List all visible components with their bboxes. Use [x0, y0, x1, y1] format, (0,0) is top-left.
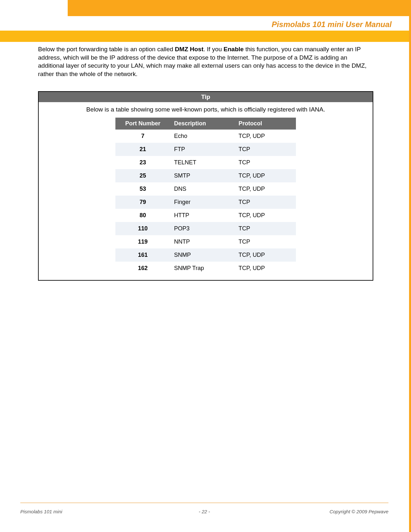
header-band [0, 31, 411, 42]
footer-divider [20, 503, 388, 503]
page-header: Pismolabs 101 mini User Manual [0, 0, 411, 42]
cell-desc: SNMP [170, 248, 235, 262]
cell-desc: FTP [170, 143, 235, 156]
cell-desc: Finger [170, 196, 235, 209]
cell-port: 23 [115, 156, 170, 169]
table-row: 161 SNMP TCP, UDP [115, 248, 296, 262]
table-row: 162 SNMP Trap TCP, UDP [115, 262, 296, 275]
body-text-a: Below the port forwarding table is an op… [38, 46, 175, 53]
cell-desc: TELNET [170, 156, 235, 169]
table-row: 7 Echo TCP, UDP [115, 130, 296, 143]
tip-box: Tip Below is a table showing some well-k… [38, 91, 373, 281]
cell-proto: TCP, UDP [235, 130, 296, 143]
cell-proto: TCP, UDP [235, 248, 296, 262]
cell-desc: HTTP [170, 209, 235, 222]
cell-proto: TCP, UDP [235, 209, 296, 222]
cell-proto: TCP, UDP [235, 169, 296, 182]
body-paragraph: Below the port forwarding table is an op… [38, 45, 373, 78]
table-row: 119 NNTP TCP [115, 235, 296, 248]
cell-port: 119 [115, 235, 170, 248]
cell-proto: TCP, UDP [235, 262, 296, 275]
cell-port: 162 [115, 262, 170, 275]
cell-desc: SMTP [170, 169, 235, 182]
cell-port: 53 [115, 182, 170, 196]
cell-port: 21 [115, 143, 170, 156]
cell-proto: TCP [235, 143, 296, 156]
footer-row: Pismolabs 101 mini - 22 - Copyright © 20… [20, 509, 388, 514]
cell-desc: Echo [170, 130, 235, 143]
table-row: 25 SMTP TCP, UDP [115, 169, 296, 182]
tip-header: Tip [39, 92, 373, 102]
page-right-border [409, 0, 411, 532]
col-proto-header: Protocol [235, 118, 296, 130]
cell-desc: NNTP [170, 235, 235, 248]
table-row: 80 HTTP TCP, UDP [115, 209, 296, 222]
ports-table-header-row: Port Number Description Protocol [115, 118, 296, 130]
cell-desc: POP3 [170, 222, 235, 235]
footer-copyright: Copyright © 2009 Pepwave [292, 509, 388, 514]
table-row: 23 TELNET TCP [115, 156, 296, 169]
cell-port: 110 [115, 222, 170, 235]
body-text-c: . If you [203, 46, 223, 53]
ports-table: Port Number Description Protocol 7 Echo … [115, 118, 296, 275]
table-row: 53 DNS TCP, UDP [115, 182, 296, 196]
body-bold-enable: Enable [224, 46, 244, 53]
cell-desc: SNMP Trap [170, 262, 235, 275]
cell-port: 161 [115, 248, 170, 262]
footer-left: Pismolabs 101 mini [20, 509, 117, 514]
cell-proto: TCP [235, 196, 296, 209]
cell-desc: DNS [170, 182, 235, 196]
table-row: 79 Finger TCP [115, 196, 296, 209]
table-row: 21 FTP TCP [115, 143, 296, 156]
page-footer: Pismolabs 101 mini - 22 - Copyright © 20… [20, 503, 388, 514]
page-content: Below the port forwarding table is an op… [38, 45, 373, 281]
cell-port: 80 [115, 209, 170, 222]
footer-page-number: - 22 - [117, 509, 292, 514]
cell-proto: TCP [235, 156, 296, 169]
header-accent-block [68, 0, 411, 16]
header-title: Pismolabs 101 mini User Manual [272, 20, 392, 29]
table-row: 110 POP3 TCP [115, 222, 296, 235]
cell-port: 25 [115, 169, 170, 182]
col-desc-header: Description [170, 118, 235, 130]
cell-proto: TCP [235, 235, 296, 248]
cell-port: 79 [115, 196, 170, 209]
cell-port: 7 [115, 130, 170, 143]
cell-proto: TCP, UDP [235, 182, 296, 196]
cell-proto: TCP [235, 222, 296, 235]
col-port-header: Port Number [115, 118, 170, 130]
tip-subtitle: Below is a table showing some well-known… [39, 102, 373, 118]
body-bold-dmz: DMZ Host [175, 46, 204, 53]
